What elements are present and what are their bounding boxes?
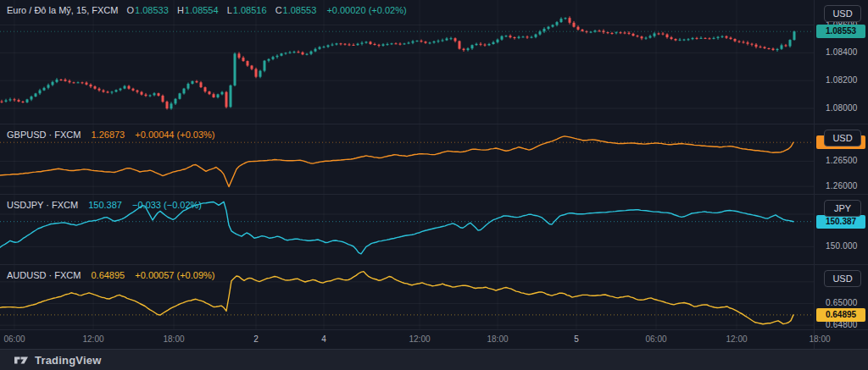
time-axis[interactable]: 06:0012:0018:002412:0018:00506:0012:0018… [0,330,814,349]
audusd-value: 0.64895 [91,270,125,280]
usdjpy-legend: USDJPY · FXCM 150.387 −0.033 (−0.02%) [7,200,202,210]
eurusd-chart-canvas[interactable] [0,0,814,124]
high-label: H [177,5,184,15]
low-value: 1.08516 [233,5,267,15]
gbpusd-panel: GBPUSD · FXCM 1.26873 +0.00044 (+0.03%) … [0,124,868,195]
close-label: C [275,5,282,15]
time-axis-label: 18:00 [809,334,830,344]
tradingview-multichart: Euro / Đô la Mỹ, 15, FXCM O1.08533 H1.08… [0,0,868,370]
time-axis-label: 4 [321,334,326,344]
time-axis-label: 12:00 [409,334,430,344]
low-label: L [227,5,232,15]
usdjpy-price-badge: 150.387 [816,215,865,229]
time-axis-label: 06:00 [645,334,666,344]
footer-bar: TradingView [0,349,868,370]
price-axis-label: 1.08000 [826,103,858,113]
tradingview-logo-icon[interactable] [14,355,29,366]
time-axis-label: 18:00 [163,334,184,344]
gbpusd-value: 1.26873 [91,130,125,140]
audusd-panel: AUDUSD · FXCM 0.64895 +0.00057 (+0.09%) … [0,265,868,330]
gbpusd-symbol-title[interactable]: GBPUSD · FXCM [7,130,81,140]
eurusd-price-axis[interactable]: 1.086001.084001.082001.08000USD 1.08553 [814,0,868,124]
eurusd-change: +0.00020 (+0.02%) [326,5,406,15]
usdjpy-price-axis[interactable]: 150.500150.000JPY 150.387 [814,195,868,264]
audusd-price-axis[interactable]: 0.652000.650000.64800USD 0.64895 [814,265,868,329]
price-axis-label: 1.26500 [826,156,858,166]
open-value: 1.08533 [135,5,169,15]
gbpusd-currency-button[interactable]: USD [824,130,861,146]
usdjpy-change: −0.033 (−0.02%) [132,200,202,210]
price-axis-label: 0.65000 [826,298,858,308]
gbpusd-change: +0.00044 (+0.03%) [135,130,214,140]
usdjpy-panel: USDJPY · FXCM 150.387 −0.033 (−0.02%) 15… [0,195,868,265]
audusd-price-badge: 0.64895 [816,308,865,322]
time-axis-row: 06:0012:0018:002412:0018:00506:0012:0018… [0,330,868,349]
time-axis-label: 12:00 [82,334,103,344]
audusd-change: +0.00057 (+0.09%) [135,270,214,280]
eurusd-symbol-title[interactable]: Euro / Đô la Mỹ, 15, FXCM [7,5,118,15]
eurusd-panel: Euro / Đô la Mỹ, 15, FXCM O1.08533 H1.08… [0,0,868,124]
open-label: O [127,5,135,15]
time-axis-label: 12:00 [726,334,747,344]
tradingview-brand-text[interactable]: TradingView [35,354,102,367]
time-axis-label: 06:00 [3,334,25,344]
audusd-legend: AUDUSD · FXCM 0.64895 +0.00057 (+0.09%) [7,270,214,280]
price-axis-label: 1.26000 [826,181,858,191]
usdjpy-value: 150.387 [88,200,122,210]
price-axis-label: 1.08200 [826,75,858,86]
eurusd-currency-button[interactable]: USD [824,5,861,22]
close-value: 1.08553 [283,5,317,15]
usdjpy-symbol-title[interactable]: USDJPY · FXCM [7,200,78,210]
audusd-currency-button[interactable]: USD [824,270,861,287]
eurusd-price-badge: 1.08553 [816,25,865,38]
gbpusd-legend: GBPUSD · FXCM 1.26873 +0.00044 (+0.03%) [7,130,214,140]
time-axis-label: 18:00 [487,334,508,344]
gbpusd-price-axis[interactable]: 1.265001.26000USD 1.26873 [814,124,868,194]
price-axis-label: 150.000 [826,241,858,251]
audusd-symbol-title[interactable]: AUDUSD · FXCM [7,270,81,280]
time-axis-label: 2 [253,334,259,344]
usdjpy-currency-button[interactable]: JPY [824,200,861,217]
price-axis-label: 1.08400 [826,47,858,58]
eurusd-legend: Euro / Đô la Mỹ, 15, FXCM O1.08533 H1.08… [7,5,407,15]
high-value: 1.08554 [185,5,219,15]
time-axis-label: 5 [574,334,579,344]
